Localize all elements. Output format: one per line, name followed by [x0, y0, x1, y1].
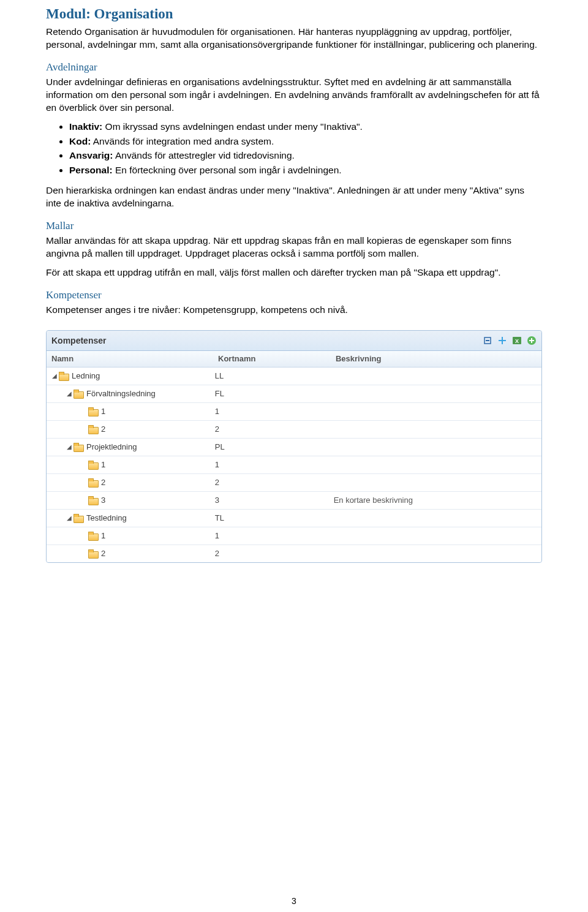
tree-row-label: Förvaltningsledning	[86, 389, 156, 398]
expand-icon[interactable]: ◢	[66, 443, 72, 450]
tree-cell-kortnamn: 1	[215, 460, 334, 469]
folder-icon	[74, 514, 83, 522]
indent	[47, 429, 81, 429]
tree-row[interactable]: ◢TestledningTL	[47, 510, 541, 527]
column-headers: Namn Kortnamn Beskrivning	[47, 351, 541, 367]
tree-cell-name: 1	[47, 460, 215, 469]
tree-body: ◢LedningLL◢FörvaltningsledningFL1122◢Pro…	[47, 367, 541, 562]
panel-header: Kompetenser X	[47, 331, 541, 351]
tree-row[interactable]: 11	[47, 403, 541, 421]
tree-cell-kortnamn: FL	[215, 389, 334, 398]
expand-icon[interactable]: ◢	[66, 390, 72, 397]
tree-row[interactable]: ◢FörvaltningsledningFL	[47, 385, 541, 403]
svg-rect-8	[529, 340, 534, 341]
tree-cell-kortnamn: 2	[215, 478, 334, 487]
list-item: Kod: Används för integration med andra s…	[69, 135, 542, 148]
panel-title: Kompetenser	[51, 336, 106, 345]
tree-cell-kortnamn: 3	[215, 496, 334, 505]
avdelningar-p2: Den hierarkiska ordningen kan endast änd…	[46, 184, 542, 210]
indent	[47, 553, 81, 554]
collapse-icon[interactable]	[483, 336, 492, 345]
folder-icon	[88, 461, 97, 469]
folder-icon	[88, 532, 97, 540]
folder-icon	[88, 426, 97, 433]
tree-row[interactable]: 33En kortare beskrivning	[47, 492, 541, 510]
indent	[47, 518, 66, 518]
tree-cell-kortnamn: PL	[215, 442, 334, 451]
tree-cell-kortnamn: TL	[215, 513, 334, 522]
add-icon[interactable]	[497, 336, 507, 345]
tree-cell-kortnamn: 1	[215, 407, 334, 416]
list-item: Inaktiv: Om ikryssad syns avdelningen en…	[69, 121, 542, 134]
indent	[47, 447, 66, 447]
tree-cell-beskrivning: En kortare beskrivning	[334, 496, 541, 505]
tree-cell-kortnamn: 1	[215, 531, 334, 540]
tree-row-label: Ledning	[72, 371, 100, 380]
expand-icon[interactable]: ◢	[66, 514, 72, 521]
folder-icon	[88, 408, 97, 415]
bullet-label: Kod:	[69, 136, 91, 146]
tree-row[interactable]: 11	[47, 527, 541, 545]
tree-cell-name: 1	[47, 531, 215, 540]
tree-cell-name: ◢Testledning	[47, 513, 215, 522]
avdelningar-bullets: Inaktiv: Om ikryssad syns avdelningen en…	[69, 121, 542, 178]
tree-row[interactable]: 22	[47, 474, 541, 492]
tree-row-label: 2	[101, 478, 105, 487]
tree-cell-name: 1	[47, 407, 215, 416]
indent	[47, 500, 81, 500]
heading-kompetenser: Kompetenser	[46, 289, 542, 301]
page-title: Modul: Organisation	[46, 6, 542, 22]
bullet-text: Används för integration med andra system…	[91, 136, 274, 146]
indent	[47, 375, 51, 376]
tree-row-label: 2	[101, 549, 105, 558]
new-item-icon[interactable]	[527, 336, 537, 345]
tree-row-label: 3	[101, 496, 105, 505]
tree-row[interactable]: 22	[47, 545, 541, 562]
tree-row[interactable]: ◢ProjektledningPL	[47, 439, 541, 456]
col-beskrivning[interactable]: Beskrivning	[336, 354, 541, 363]
excel-export-icon[interactable]: X	[512, 336, 522, 345]
bullet-text: En förteckning över personal som ingår i…	[113, 165, 342, 175]
tree-cell-name: 2	[47, 549, 215, 558]
col-kortnamn[interactable]: Kortnamn	[218, 354, 336, 363]
svg-rect-3	[499, 340, 506, 341]
col-namn[interactable]: Namn	[47, 354, 218, 363]
page-number: 3	[0, 896, 588, 906]
panel-toolbar: X	[483, 336, 537, 345]
tree-row[interactable]: ◢LedningLL	[47, 367, 541, 385]
heading-mallar: Mallar	[46, 220, 542, 232]
svg-text:X: X	[515, 338, 519, 344]
tree-cell-kortnamn: LL	[215, 371, 334, 380]
indent	[47, 393, 66, 394]
tree-cell-name: 2	[47, 478, 215, 487]
tree-row-label: Testledning	[86, 513, 127, 522]
heading-avdelningar: Avdelningar	[46, 61, 542, 73]
tree-row[interactable]: 11	[47, 456, 541, 474]
kompetenser-intro: Kompetenser anges i tre nivåer: Kompeten…	[46, 304, 542, 317]
tree-row-label: 1	[101, 407, 105, 416]
bullet-label: Personal:	[69, 165, 113, 175]
tree-row[interactable]: 22	[47, 421, 541, 439]
tree-cell-name: 3	[47, 496, 215, 505]
list-item: Ansvarig: Används för attestregler vid t…	[69, 149, 542, 162]
indent	[47, 482, 81, 483]
tree-row-label: 1	[101, 460, 105, 469]
indent	[47, 464, 81, 465]
expand-icon[interactable]: ◢	[51, 372, 58, 379]
folder-icon	[59, 372, 68, 380]
list-item: Personal: En förteckning över personal s…	[69, 164, 542, 177]
tree-cell-kortnamn: 2	[215, 549, 334, 558]
tree-cell-name: ◢Projektledning	[47, 442, 215, 451]
mallar-p2: För att skapa ett uppdrag utifrån en mal…	[46, 266, 542, 279]
mallar-p1: Mallar användas för att skapa uppdrag. N…	[46, 235, 542, 260]
bullet-label: Inaktiv:	[69, 121, 102, 132]
tree-row-label: Projektledning	[86, 442, 137, 451]
bullet-text: Om ikryssad syns avdelningen endast unde…	[102, 121, 363, 132]
intro-paragraph: Retendo Organisation är huvudmodulen för…	[46, 26, 542, 51]
tree-cell-name: 2	[47, 424, 215, 434]
tree-cell-name: ◢Förvaltningsledning	[47, 389, 215, 398]
tree-cell-name: ◢Ledning	[47, 371, 215, 380]
folder-icon	[74, 390, 83, 398]
indent	[47, 535, 81, 536]
bullet-label: Ansvarig:	[69, 150, 113, 160]
